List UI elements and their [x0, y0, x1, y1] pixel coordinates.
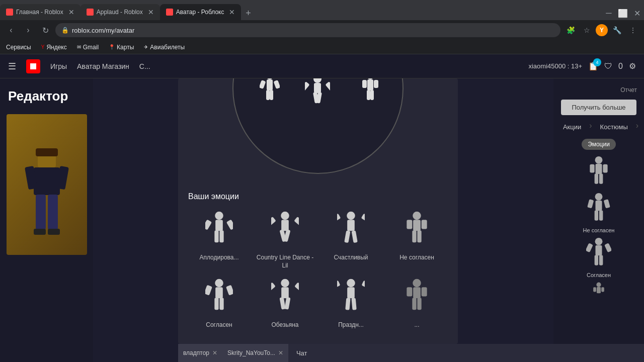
- emotions-filter-button[interactable]: Эмоции: [582, 139, 616, 150]
- nav-games[interactable]: Игры: [50, 62, 67, 70]
- bookmark-gmail[interactable]: ✉ Gmail: [75, 43, 101, 52]
- toolbar-icons: 🧩 ☆ Y 🔧 ⋮: [564, 23, 640, 37]
- chat-tab-1[interactable]: владптор ✕: [178, 344, 222, 362]
- emotion-monkey[interactable]: Обезьяна: [254, 276, 316, 329]
- bookmark-aviabilety[interactable]: ✈ Авиабилеты: [142, 43, 187, 52]
- svg-point-30: [215, 212, 223, 220]
- chat-tab-2[interactable]: Skrity_NaYouTo... ✕: [222, 344, 288, 362]
- svg-rect-27: [374, 80, 378, 88]
- emotion-monkey-label: Обезьяна: [271, 321, 298, 329]
- svg-rect-7: [48, 195, 58, 230]
- svg-point-96: [596, 283, 601, 287]
- svg-rect-94: [595, 255, 598, 265]
- browser-chrome: Главная - Roblox ✕ Applaud - Roblox ✕ Ав…: [0, 0, 644, 54]
- roblox-nav: Игры Аватар Магазин С...: [50, 62, 150, 70]
- right-figure-4[interactable]: [586, 282, 611, 302]
- nav-more[interactable]: С...: [139, 62, 150, 70]
- bookmark-yandex-label: Яндекс: [46, 44, 66, 51]
- address-bar[interactable]: 🔒 roblox.com/my/avatar: [55, 23, 560, 37]
- svg-point-54: [215, 279, 223, 288]
- tab-2[interactable]: Applaud - Roblox ✕: [80, 4, 160, 20]
- right-figure-2[interactable]: Не согласен: [583, 193, 615, 233]
- emotion-agree-label: Согласен: [206, 321, 232, 329]
- forward-button[interactable]: ›: [21, 23, 35, 37]
- get-more-button[interactable]: Получить больше: [561, 100, 636, 115]
- profile-icon[interactable]: Y: [596, 24, 608, 36]
- svg-rect-9: [48, 229, 60, 235]
- svg-rect-0: [30, 63, 36, 69]
- shield-icon[interactable]: 🛡: [604, 62, 612, 71]
- right-tabs: Акции › Костюмы ›: [559, 121, 638, 133]
- star-icon[interactable]: ☆: [580, 23, 594, 37]
- svg-rect-61: [281, 287, 289, 298]
- tab-1-close[interactable]: ✕: [68, 8, 74, 16]
- svg-rect-50: [407, 220, 412, 229]
- actions-tab[interactable]: Акции: [559, 121, 585, 133]
- puzzle-icon[interactable]: 🔧: [610, 23, 624, 37]
- back-button[interactable]: ‹: [4, 23, 18, 37]
- menu-icon[interactable]: ⋮: [626, 23, 640, 37]
- tab-2-close[interactable]: ✕: [148, 8, 154, 16]
- emotion-agree[interactable]: Согласен: [188, 276, 250, 329]
- bookmark-servisy[interactable]: Сервисы: [4, 43, 33, 52]
- emotion-extra[interactable]: ...: [386, 276, 448, 329]
- reload-button[interactable]: ↻: [38, 23, 52, 37]
- tab-3-close[interactable]: ✕: [229, 8, 235, 16]
- emotion-wheel: 6 5: [232, 78, 404, 174]
- notifications-icon[interactable]: 📋 4: [588, 61, 598, 71]
- svg-rect-51: [422, 220, 427, 229]
- svg-rect-88: [595, 210, 598, 220]
- currency-icon[interactable]: 0: [618, 62, 623, 71]
- emotions-scroll[interactable]: Аплодирова...: [188, 208, 448, 334]
- emotion-disagree[interactable]: Не согласен: [386, 208, 448, 269]
- svg-rect-26: [362, 80, 367, 88]
- left-sidebar: Редактор: [0, 78, 93, 362]
- svg-rect-16: [266, 90, 270, 100]
- emotion-disagree-figure: [399, 208, 435, 251]
- settings-icon[interactable]: ⚙: [629, 61, 636, 71]
- extensions-icon[interactable]: 🧩: [564, 23, 578, 37]
- chat-tab-2-close[interactable]: ✕: [278, 349, 283, 356]
- tab-3[interactable]: Аватар - Роблокс ✕: [160, 4, 242, 20]
- chat-tab-1-close[interactable]: ✕: [212, 349, 217, 356]
- svg-rect-38: [271, 217, 276, 227]
- svg-rect-52: [412, 230, 416, 242]
- minimize-button[interactable]: ─: [602, 6, 616, 20]
- svg-rect-55: [215, 287, 223, 298]
- svg-rect-74: [407, 287, 412, 296]
- wheel-area: 6 5: [178, 78, 458, 184]
- costumes-tab[interactable]: Костюмы: [596, 121, 632, 133]
- maximize-button[interactable]: ⬜: [616, 6, 630, 20]
- svg-rect-97: [597, 287, 601, 294]
- svg-rect-65: [284, 297, 290, 310]
- tab-1[interactable]: Главная - Roblox ✕: [0, 4, 80, 20]
- svg-point-42: [347, 212, 355, 220]
- notification-badge: 4: [593, 58, 601, 66]
- chat-main-label[interactable]: Чат: [288, 349, 315, 357]
- hamburger-menu[interactable]: ☰: [8, 61, 16, 72]
- right-figure-3[interactable]: Согласен: [586, 237, 611, 278]
- emotion-disagree-label: Не согласен: [399, 254, 434, 262]
- emotion-monkey-figure: [268, 276, 303, 318]
- svg-rect-63: [294, 282, 299, 293]
- svg-rect-92: [586, 243, 593, 252]
- svg-rect-2: [36, 148, 58, 156]
- emotion-celebrate[interactable]: Праздн...: [320, 276, 382, 329]
- svg-rect-75: [422, 287, 427, 296]
- nav-avatar-shop[interactable]: Аватар Магазин: [77, 62, 129, 70]
- bookmark-maps[interactable]: 📍 Карты: [107, 43, 136, 52]
- svg-rect-17: [270, 90, 273, 100]
- emotion-extra-label: ...: [414, 321, 419, 329]
- lock-icon: 🔒: [61, 27, 69, 34]
- window-close-button[interactable]: ✕: [630, 6, 644, 20]
- emotion-happy[interactable]: Счастливый: [320, 208, 382, 269]
- bookmark-yandex[interactable]: Y Яндекс: [39, 43, 69, 52]
- right-figure-1[interactable]: [586, 156, 611, 189]
- new-tab-button[interactable]: +: [241, 6, 255, 20]
- emotion-applaud[interactable]: Аплодирова...: [188, 208, 250, 269]
- emotion-country-dance[interactable]: Country Line Dance - Lil: [254, 208, 316, 269]
- svg-point-90: [595, 238, 603, 245]
- nav-bar: ‹ › ↻ 🔒 roblox.com/my/avatar 🧩 ☆ Y 🔧 ⋮: [0, 20, 644, 40]
- svg-rect-53: [417, 230, 421, 242]
- svg-rect-89: [599, 210, 603, 220]
